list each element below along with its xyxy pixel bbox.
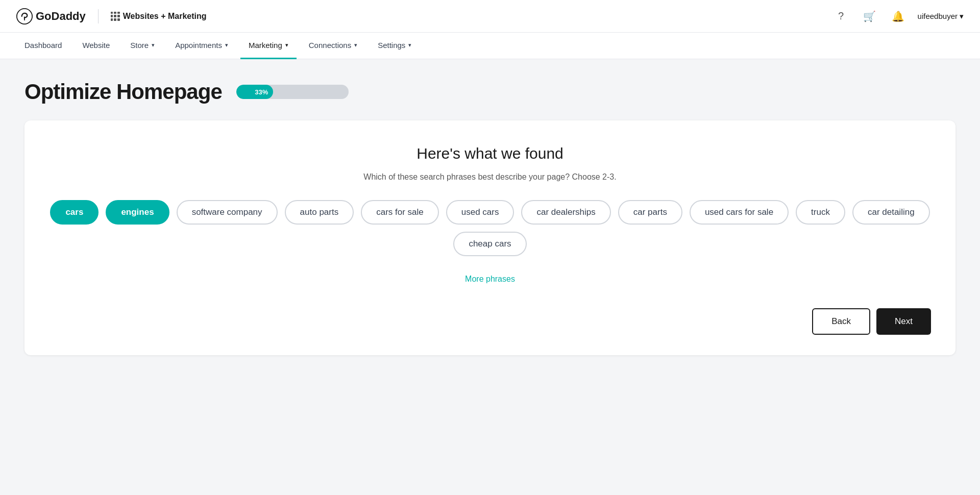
nav-settings-label: Settings — [378, 41, 405, 50]
main-content: Optimize Homepage 33% Here's what we fou… — [0, 59, 980, 376]
secondary-nav: Dashboard Website Store ▾ Appointments ▾… — [0, 33, 980, 59]
nav-marketing-label: Marketing — [249, 41, 282, 50]
main-card: Here's what we found Which of these sear… — [24, 120, 955, 355]
top-bar-left: GoDaddy Websites + Marketing — [16, 8, 207, 24]
top-bar: GoDaddy Websites + Marketing ? 🛒 🔔 uifee… — [0, 0, 980, 33]
progress-label: 33% — [255, 88, 268, 96]
nav-store-chevron-icon: ▾ — [152, 42, 155, 48]
back-button[interactable]: Back — [812, 308, 870, 335]
nav-connections-label: Connections — [309, 41, 351, 50]
tag-software-company[interactable]: software company — [177, 200, 278, 225]
tag-car-dealerships[interactable]: car dealerships — [521, 200, 610, 225]
tag-cars[interactable]: cars — [50, 200, 99, 225]
cart-icon: 🛒 — [863, 10, 876, 22]
nav-website-label: Website — [82, 41, 110, 50]
top-bar-right: ? 🛒 🔔 uifeedbuyer ▾ — [832, 7, 964, 26]
nav-store-label: Store — [130, 41, 149, 50]
tag-used-cars-for-sale[interactable]: used cars for sale — [690, 200, 789, 225]
help-icon: ? — [838, 10, 844, 22]
svg-point-1 — [24, 19, 25, 20]
grid-icon — [111, 12, 120, 21]
card-title: Here's what we found — [49, 145, 931, 162]
tag-car-parts[interactable]: car parts — [618, 200, 682, 225]
tag-truck[interactable]: truck — [796, 200, 845, 225]
nav-marketing[interactable]: Marketing ▾ — [240, 33, 297, 59]
notifications-button[interactable]: 🔔 — [889, 7, 908, 26]
nav-dashboard[interactable]: Dashboard — [16, 33, 70, 59]
user-chevron-icon: ▾ — [960, 12, 964, 21]
nav-connections[interactable]: Connections ▾ — [301, 33, 365, 59]
bell-icon: 🔔 — [892, 10, 904, 22]
nav-store[interactable]: Store ▾ — [122, 33, 163, 59]
nav-appointments-label: Appointments — [175, 41, 222, 50]
username: uifeedbuyer — [918, 12, 958, 20]
help-button[interactable]: ? — [832, 7, 850, 26]
app-name: Websites + Marketing — [111, 12, 207, 21]
tags-container: carsenginessoftware companyauto partscar… — [49, 200, 931, 256]
card-subtitle: Which of these search phrases best descr… — [49, 172, 931, 182]
progress-bar-container: 33% — [236, 85, 349, 99]
more-phrases-link[interactable]: More phrases — [465, 275, 515, 283]
tag-used-cars[interactable]: used cars — [446, 200, 514, 225]
page-header: Optimize Homepage 33% — [24, 80, 955, 104]
nav-connections-chevron-icon: ▾ — [354, 42, 357, 48]
nav-dashboard-label: Dashboard — [24, 41, 62, 50]
godaddy-logo[interactable]: GoDaddy — [16, 8, 86, 24]
tag-engines[interactable]: engines — [106, 200, 169, 225]
actions-row: Back Next — [49, 304, 931, 335]
tag-cheap-cars[interactable]: cheap cars — [453, 232, 526, 256]
nav-marketing-chevron-icon: ▾ — [285, 42, 288, 48]
next-button[interactable]: Next — [876, 308, 931, 335]
tag-car-detailing[interactable]: car detailing — [852, 200, 930, 225]
nav-settings-chevron-icon: ▾ — [408, 42, 411, 48]
page-title: Optimize Homepage — [24, 80, 222, 104]
nav-appointments-chevron-icon: ▾ — [225, 42, 228, 48]
logo-divider — [98, 9, 99, 23]
svg-point-0 — [17, 8, 32, 23]
logo-text: GoDaddy — [36, 10, 86, 23]
tag-auto-parts[interactable]: auto parts — [285, 200, 354, 225]
tag-cars-for-sale[interactable]: cars for sale — [361, 200, 439, 225]
nav-settings[interactable]: Settings ▾ — [370, 33, 420, 59]
nav-website[interactable]: Website — [74, 33, 118, 59]
user-menu-button[interactable]: uifeedbuyer ▾ — [918, 12, 964, 21]
nav-appointments[interactable]: Appointments ▾ — [167, 33, 236, 59]
more-phrases-section: More phrases — [49, 275, 931, 284]
cart-button[interactable]: 🛒 — [861, 7, 879, 26]
godaddy-logo-icon — [16, 8, 33, 24]
progress-bar-fill: 33% — [236, 85, 274, 99]
